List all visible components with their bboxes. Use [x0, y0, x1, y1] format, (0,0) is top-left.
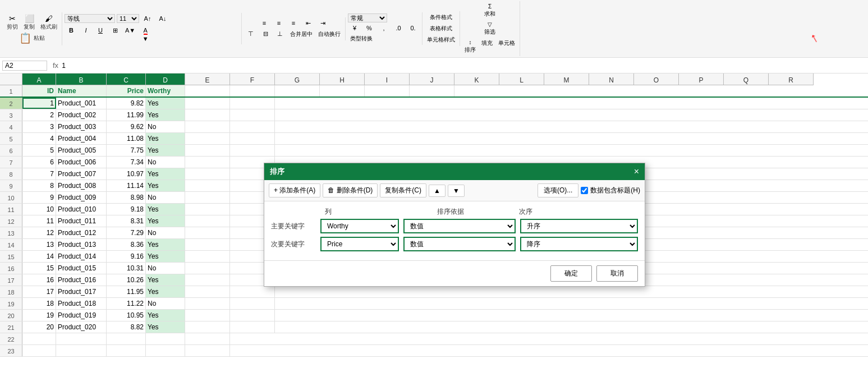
- cell-a18[interactable]: 17: [22, 286, 56, 297]
- cell-d8[interactable]: Yes: [146, 168, 185, 180]
- currency-button[interactable]: ¥: [348, 24, 361, 33]
- bottom-align-button[interactable]: ⊥: [273, 29, 287, 39]
- cell-a4[interactable]: 3: [22, 121, 56, 132]
- cell-d23[interactable]: [146, 345, 185, 356]
- cell-c12[interactable]: 8.31: [107, 215, 146, 227]
- cell-c2[interactable]: 9.82: [107, 98, 146, 109]
- col-header-d[interactable]: D: [146, 73, 185, 85]
- delete-condition-button[interactable]: 🗑 删除条件(D): [323, 183, 378, 197]
- cell-a20[interactable]: 19: [22, 310, 56, 321]
- dialog-close-button[interactable]: ×: [634, 167, 639, 177]
- cell-c17[interactable]: 10.26: [107, 274, 146, 286]
- cell-e1[interactable]: [185, 85, 230, 96]
- cell-e5[interactable]: [185, 133, 230, 144]
- col-header-k[interactable]: K: [454, 73, 499, 85]
- cell-d10[interactable]: No: [146, 192, 185, 203]
- percent-button[interactable]: %: [362, 24, 376, 33]
- cell-b17[interactable]: Product_016: [56, 274, 107, 286]
- cell-c9[interactable]: 11.14: [107, 180, 146, 191]
- cell-a22[interactable]: [22, 333, 56, 344]
- align-left-button[interactable]: ≡: [258, 19, 271, 28]
- col-header-c[interactable]: C: [107, 73, 146, 85]
- increase-font-button[interactable]: A↑: [141, 14, 154, 23]
- cell-f20[interactable]: [230, 310, 275, 321]
- cell-d21[interactable]: Yes: [146, 321, 185, 333]
- cell-e4[interactable]: [185, 121, 230, 132]
- col-header-l[interactable]: L: [499, 73, 544, 85]
- has-header-label[interactable]: 数据包含标题(H): [581, 186, 640, 195]
- top-align-button[interactable]: ⊤: [244, 29, 258, 39]
- cell-a17[interactable]: 16: [22, 274, 56, 286]
- primary-basis-select[interactable]: 数值 单元格颜色 字体颜色: [403, 219, 516, 233]
- cell-f18[interactable]: [230, 286, 275, 297]
- cell-d18[interactable]: Yes: [146, 286, 185, 297]
- cell-c20[interactable]: 10.95: [107, 310, 146, 321]
- cell-b6[interactable]: Product_005: [56, 145, 107, 156]
- cell-e21[interactable]: [185, 321, 230, 333]
- cell-e2[interactable]: [185, 98, 230, 109]
- cell-b12[interactable]: Product_011: [56, 215, 107, 227]
- cut-button[interactable]: ✂ 剪切: [4, 13, 20, 32]
- align-right-button[interactable]: ≡: [287, 19, 300, 28]
- number-format-select[interactable]: 常规: [348, 13, 387, 22]
- condition-format-button[interactable]: 条件格式: [428, 12, 454, 22]
- secondary-basis-select[interactable]: 数值 单元格颜色 字体颜色: [403, 237, 516, 251]
- paste-button[interactable]: 📋 粘贴: [17, 32, 47, 44]
- cell-i1[interactable]: [365, 85, 410, 96]
- auto-wrap-button[interactable]: 自动换行: [316, 29, 343, 39]
- cell-d22[interactable]: [146, 333, 185, 344]
- cell-e14[interactable]: [185, 239, 230, 250]
- cell-b14[interactable]: Product_013: [56, 239, 107, 250]
- cell-a13[interactable]: 12: [22, 227, 56, 238]
- move-up-button[interactable]: ▲: [429, 185, 446, 197]
- cell-c11[interactable]: 9.18: [107, 204, 146, 215]
- cell-d3[interactable]: Yes: [146, 109, 185, 121]
- cell-c7[interactable]: 7.34: [107, 157, 146, 168]
- add-condition-button[interactable]: + 添加条件(A): [269, 183, 320, 197]
- cell-c23[interactable]: [107, 345, 146, 356]
- cell-c4[interactable]: 9.62: [107, 121, 146, 132]
- font-color-button[interactable]: A▼: [139, 26, 152, 43]
- middle-align-button[interactable]: ⊟: [259, 29, 272, 39]
- col-header-q[interactable]: Q: [724, 73, 769, 85]
- cell-a10[interactable]: 9: [22, 192, 56, 203]
- cell-f2[interactable]: [230, 98, 275, 109]
- secondary-order-select[interactable]: 降序 升序 自定义序列: [520, 237, 638, 251]
- cell-a23[interactable]: [22, 345, 56, 356]
- cell-c15[interactable]: 9.16: [107, 251, 146, 262]
- cell-e19[interactable]: [185, 298, 230, 309]
- cell-c16[interactable]: 10.31: [107, 263, 146, 274]
- cell-style-button[interactable]: 单元格样式: [425, 35, 457, 45]
- cell-a14[interactable]: 13: [22, 239, 56, 250]
- cell-b4[interactable]: Product_003: [56, 121, 107, 132]
- options-button[interactable]: 选项(O)...: [538, 183, 578, 197]
- cell-d13[interactable]: No: [146, 227, 185, 238]
- cell-a6[interactable]: 5: [22, 145, 56, 156]
- cell-e15[interactable]: [185, 251, 230, 262]
- cell-a15[interactable]: 14: [22, 251, 56, 262]
- cell-d15[interactable]: Yes: [146, 251, 185, 262]
- cell-a16[interactable]: 15: [22, 263, 56, 274]
- cell-f3[interactable]: [230, 109, 275, 121]
- cell-b3[interactable]: Product_002: [56, 109, 107, 121]
- primary-key-select[interactable]: Worthy ID Name Price: [320, 219, 399, 233]
- cell-e13[interactable]: [185, 227, 230, 238]
- decrease-decimal-button[interactable]: 0.: [406, 24, 420, 33]
- cell-f5[interactable]: [230, 133, 275, 144]
- cell-button[interactable]: 单元格: [496, 38, 517, 55]
- has-header-checkbox[interactable]: [581, 187, 588, 194]
- font-name-select[interactable]: 等线: [65, 14, 115, 23]
- cell-b1[interactable]: Name: [56, 85, 107, 96]
- cell-e18[interactable]: [185, 286, 230, 297]
- cell-d7[interactable]: No: [146, 157, 185, 168]
- cell-a11[interactable]: 10: [22, 204, 56, 215]
- cell-b8[interactable]: Product_007: [56, 168, 107, 180]
- cell-b22[interactable]: [56, 333, 107, 344]
- cell-e20[interactable]: [185, 310, 230, 321]
- cell-c14[interactable]: 8.36: [107, 239, 146, 250]
- merge-center-button[interactable]: 合并居中: [288, 29, 315, 39]
- formula-input[interactable]: [62, 62, 866, 70]
- col-header-o[interactable]: O: [634, 73, 679, 85]
- secondary-key-select[interactable]: Price ID Name Worthy: [320, 237, 399, 251]
- cell-f1[interactable]: [230, 85, 275, 96]
